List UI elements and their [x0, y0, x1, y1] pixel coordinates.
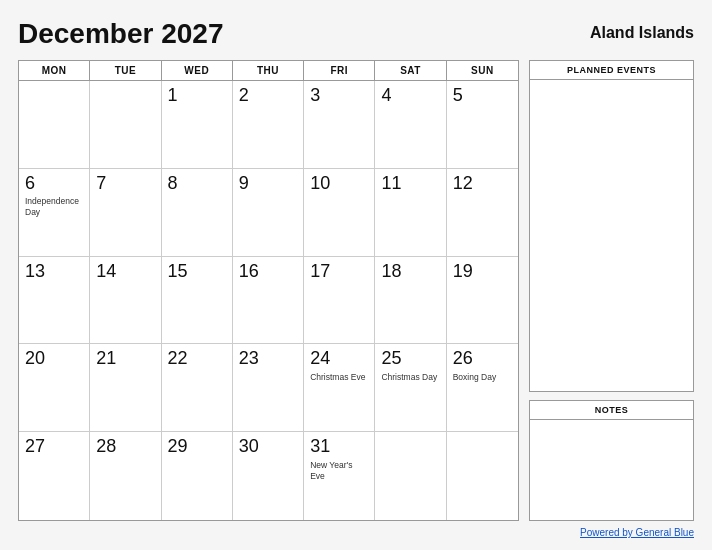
calendar-cell: 8 — [162, 169, 233, 257]
day-number: 7 — [96, 173, 106, 195]
calendar-cell: 30 — [233, 432, 304, 520]
month-title: December 2027 — [18, 18, 223, 50]
calendar-cell: 3 — [304, 81, 375, 169]
day-number: 21 — [96, 348, 116, 370]
day-number: 14 — [96, 261, 116, 283]
day-header-thu: THU — [233, 61, 304, 80]
main-content: MONTUEWEDTHUFRISATSUN 123456Independence… — [18, 60, 694, 521]
day-number: 19 — [453, 261, 473, 283]
calendar-cell: 23 — [233, 344, 304, 432]
calendar-cell — [19, 81, 90, 169]
calendar-section: MONTUEWEDTHUFRISATSUN 123456Independence… — [18, 60, 519, 521]
calendar-cell: 18 — [375, 257, 446, 345]
day-number: 15 — [168, 261, 188, 283]
calendar-cell: 16 — [233, 257, 304, 345]
calendar-cell: 31New Year's Eve — [304, 432, 375, 520]
notes-content — [530, 420, 693, 520]
day-header-sun: SUN — [447, 61, 518, 80]
day-number: 5 — [453, 85, 463, 107]
calendar-cell: 25Christmas Day — [375, 344, 446, 432]
day-number: 20 — [25, 348, 45, 370]
calendar-grid: 123456Independence Day789101112131415161… — [19, 81, 518, 520]
day-header-wed: WED — [162, 61, 233, 80]
calendar-cell: 14 — [90, 257, 161, 345]
day-number: 24 — [310, 348, 330, 370]
day-number: 10 — [310, 173, 330, 195]
day-header-mon: MON — [19, 61, 90, 80]
day-number: 23 — [239, 348, 259, 370]
sidebar: PLANNED EVENTS NOTES — [529, 60, 694, 521]
day-number: 2 — [239, 85, 249, 107]
header: December 2027 Aland Islands — [18, 18, 694, 50]
event-label: Boxing Day — [453, 372, 496, 383]
calendar-cell: 24Christmas Eve — [304, 344, 375, 432]
day-number: 28 — [96, 436, 116, 458]
footer-link[interactable]: Powered by General Blue — [580, 527, 694, 538]
day-number: 9 — [239, 173, 249, 195]
day-number: 16 — [239, 261, 259, 283]
calendar-cell: 13 — [19, 257, 90, 345]
day-number: 4 — [381, 85, 391, 107]
calendar-cell: 21 — [90, 344, 161, 432]
calendar-cell — [375, 432, 446, 520]
day-number: 3 — [310, 85, 320, 107]
calendar-cell: 28 — [90, 432, 161, 520]
day-header-sat: SAT — [375, 61, 446, 80]
calendar-cell: 29 — [162, 432, 233, 520]
notes-title: NOTES — [530, 401, 693, 420]
calendar-cell: 27 — [19, 432, 90, 520]
calendar-cell: 11 — [375, 169, 446, 257]
event-label: Christmas Eve — [310, 372, 365, 383]
calendar-cell — [447, 432, 518, 520]
day-headers: MONTUEWEDTHUFRISATSUN — [19, 61, 518, 81]
calendar-cell: 10 — [304, 169, 375, 257]
calendar-cell: 20 — [19, 344, 90, 432]
day-number: 29 — [168, 436, 188, 458]
calendar-cell: 2 — [233, 81, 304, 169]
calendar-cell: 6Independence Day — [19, 169, 90, 257]
event-label: Independence Day — [25, 196, 83, 218]
day-header-fri: FRI — [304, 61, 375, 80]
day-header-tue: TUE — [90, 61, 161, 80]
day-number: 27 — [25, 436, 45, 458]
calendar-cell: 1 — [162, 81, 233, 169]
day-number: 13 — [25, 261, 45, 283]
footer: Powered by General Blue — [18, 527, 694, 538]
calendar-cell: 4 — [375, 81, 446, 169]
calendar-cell: 5 — [447, 81, 518, 169]
calendar-cell: 9 — [233, 169, 304, 257]
calendar-cell: 26Boxing Day — [447, 344, 518, 432]
day-number: 26 — [453, 348, 473, 370]
day-number: 8 — [168, 173, 178, 195]
planned-events-box: PLANNED EVENTS — [529, 60, 694, 392]
calendar-cell: 15 — [162, 257, 233, 345]
day-number: 31 — [310, 436, 330, 458]
calendar-cell: 22 — [162, 344, 233, 432]
calendar-cell: 12 — [447, 169, 518, 257]
country-title: Aland Islands — [590, 24, 694, 42]
day-number: 30 — [239, 436, 259, 458]
day-number: 18 — [381, 261, 401, 283]
calendar-cell: 17 — [304, 257, 375, 345]
notes-box: NOTES — [529, 400, 694, 521]
day-number: 12 — [453, 173, 473, 195]
calendar-page: December 2027 Aland Islands MONTUEWEDTHU… — [0, 0, 712, 550]
day-number: 6 — [25, 173, 35, 195]
day-number: 17 — [310, 261, 330, 283]
event-label: New Year's Eve — [310, 460, 368, 482]
event-label: Christmas Day — [381, 372, 437, 383]
day-number: 25 — [381, 348, 401, 370]
calendar-cell — [90, 81, 161, 169]
day-number: 11 — [381, 173, 401, 195]
day-number: 22 — [168, 348, 188, 370]
planned-events-title: PLANNED EVENTS — [530, 61, 693, 80]
calendar-cell: 7 — [90, 169, 161, 257]
planned-events-content — [530, 80, 693, 391]
calendar-cell: 19 — [447, 257, 518, 345]
day-number: 1 — [168, 85, 178, 107]
